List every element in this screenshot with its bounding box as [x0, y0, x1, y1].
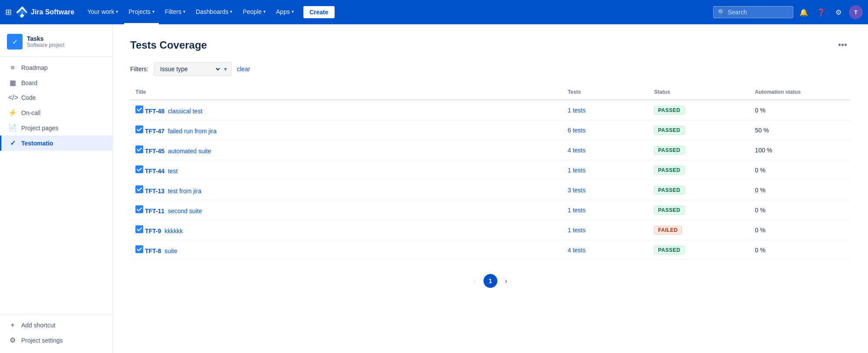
col-header-status: Status [649, 85, 750, 100]
issue-title-link[interactable]: second suite [168, 208, 202, 214]
next-page-button[interactable]: › [499, 274, 513, 288]
nav-apps[interactable]: Apps ▾ [272, 0, 298, 24]
issue-title-link[interactable]: test [168, 168, 178, 175]
svg-rect-4 [135, 185, 143, 193]
automation-pct: 0 % [755, 167, 766, 174]
issue-id-link[interactable]: TFT-44 [145, 168, 164, 175]
issue-type-icon [135, 145, 143, 153]
issue-type-icon [135, 165, 143, 173]
chevron-down-icon: ▾ [292, 9, 294, 14]
table-row: TFT-45 automated suite 4 tests PASSED 10… [130, 140, 851, 160]
project-type: Software project [27, 42, 65, 48]
issue-title-link[interactable]: suite [164, 247, 178, 254]
filters-label: Filters: [130, 66, 148, 73]
settings-icon: ⚙ [8, 336, 17, 344]
nav-people[interactable]: People ▾ [238, 0, 270, 24]
chevron-down-icon: ▾ [263, 9, 266, 14]
tests-count-link[interactable]: 4 tests [568, 247, 585, 254]
issue-title-link[interactable]: classical test [168, 108, 202, 115]
top-nav: ⊞ Jira Software [0, 0, 868, 24]
status-badge: PASSED [654, 106, 684, 115]
automation-pct: 0 % [755, 227, 766, 234]
issue-title-link[interactable]: test from jira [168, 188, 201, 195]
table-row: TFT-9 kkkkkk 1 tests FAILED 0 % [130, 220, 851, 240]
issue-title-link[interactable]: automated suite [168, 148, 211, 155]
table-row: TFT-44 test 1 tests PASSED 0 % [130, 160, 851, 180]
project-name: Tasks [27, 35, 65, 42]
sidebar-item-code[interactable]: </> Code [0, 90, 112, 105]
tests-count-link[interactable]: 1 tests [568, 227, 585, 234]
testomatio-icon: ✓ [8, 139, 17, 147]
clear-filters-button[interactable]: clear [237, 66, 250, 73]
nav-dashboards[interactable]: Dashboards ▾ [191, 0, 237, 24]
table-row: TFT-8 suite 4 tests PASSED 0 % [130, 240, 851, 260]
sidebar-item-project-pages[interactable]: 📄 Project pages [0, 120, 112, 135]
issue-id-link[interactable]: TFT-48 [145, 108, 164, 115]
issue-type-icon [135, 225, 143, 233]
chevron-down-icon: ▾ [183, 9, 185, 14]
sidebar-item-add-shortcut[interactable]: + Add shortcut [0, 318, 112, 333]
status-badge: PASSED [654, 186, 684, 195]
issue-id-link[interactable]: TFT-47 [145, 128, 164, 135]
issue-id-link[interactable]: TFT-8 [145, 247, 161, 254]
issue-type-icon [135, 205, 143, 213]
sidebar-item-board[interactable]: ▦ Board [0, 75, 112, 90]
tests-count-link[interactable]: 6 tests [568, 127, 585, 134]
prev-page-button[interactable]: ‹ [468, 274, 482, 288]
project-icon: ✓ [7, 34, 23, 49]
pagination: ‹ 1 › [130, 274, 851, 288]
sidebar-item-roadmap[interactable]: ≡ Roadmap [0, 60, 112, 75]
issue-type-icon [135, 185, 143, 193]
notifications-button[interactable]: 🔔 [797, 5, 811, 19]
page-header: Tests Coverage ••• [130, 38, 851, 52]
board-icon: ▦ [8, 79, 17, 87]
status-badge: FAILED [654, 226, 682, 234]
tests-count-link[interactable]: 1 tests [568, 107, 585, 114]
svg-rect-6 [135, 225, 143, 233]
user-avatar[interactable]: T [849, 5, 863, 19]
sidebar-item-project-settings[interactable]: ⚙ Project settings [0, 333, 112, 348]
svg-rect-0 [135, 106, 143, 113]
tests-count-link[interactable]: 3 tests [568, 187, 585, 194]
issue-id-link[interactable]: TFT-45 [145, 148, 164, 155]
page-1-button[interactable]: 1 [483, 274, 497, 288]
settings-button[interactable]: ⚙ [832, 5, 845, 19]
nav-filters[interactable]: Filters ▾ [161, 0, 190, 24]
table-row: TFT-48 classical test 1 tests PASSED 0 % [130, 100, 851, 120]
tests-count-link[interactable]: 1 tests [568, 207, 585, 214]
nav-projects[interactable]: Projects ▾ [124, 0, 159, 24]
search-box[interactable]: 🔍 [713, 6, 793, 18]
grid-icon[interactable]: ⊞ [5, 7, 12, 17]
tests-count-link[interactable]: 4 tests [568, 147, 585, 154]
automation-pct: 50 % [755, 127, 769, 134]
sidebar-item-testomatio[interactable]: ✓ Testomatio [0, 135, 112, 151]
svg-rect-7 [135, 245, 143, 253]
issue-type-select[interactable]: Issue type [158, 65, 221, 73]
col-header-title: Title [130, 85, 562, 100]
table-header: Title Tests Status Automation status [130, 85, 851, 100]
automation-pct: 0 % [755, 247, 766, 254]
tests-count-link[interactable]: 1 tests [568, 167, 585, 174]
col-header-tests: Tests [562, 85, 649, 100]
more-options-button[interactable]: ••• [835, 38, 851, 52]
jira-logo[interactable]: Jira Software [16, 6, 74, 18]
create-button[interactable]: Create [303, 6, 335, 18]
issue-id-link[interactable]: TFT-13 [145, 188, 164, 195]
svg-rect-5 [135, 205, 143, 213]
issue-type-filter[interactable]: Issue type ▾ [154, 62, 232, 76]
oncall-icon: ⚡ [8, 109, 17, 117]
help-button[interactable]: ❓ [814, 5, 828, 19]
issue-id-link[interactable]: TFT-11 [145, 208, 164, 214]
issue-id-link[interactable]: TFT-9 [145, 228, 161, 234]
sidebar-item-oncall[interactable]: ⚡ On-call [0, 105, 112, 120]
search-input[interactable] [728, 9, 789, 16]
issue-type-icon [135, 106, 143, 113]
col-header-automation: Automation status [750, 85, 851, 100]
table-row: TFT-47 failed run from jira 6 tests PASS… [130, 120, 851, 140]
issue-title-link[interactable]: kkkkkk [164, 228, 183, 234]
svg-rect-1 [135, 125, 143, 133]
status-badge: PASSED [654, 166, 684, 175]
svg-rect-2 [135, 145, 143, 153]
nav-your-work[interactable]: Your work ▾ [83, 0, 122, 24]
issue-title-link[interactable]: failed run from jira [168, 128, 217, 135]
